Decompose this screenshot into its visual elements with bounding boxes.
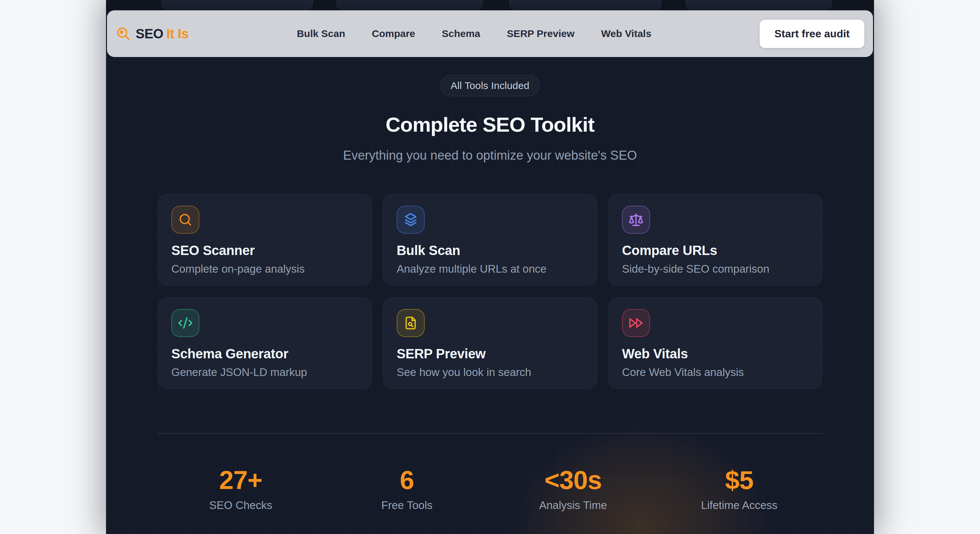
card-title: Compare URLs <box>622 243 809 258</box>
tool-card-compare-urls[interactable]: Compare URLs Side-by-side SEO comparison <box>608 194 822 286</box>
file-search-icon <box>397 309 425 337</box>
section-divider <box>158 433 822 434</box>
tool-card-serp-preview[interactable]: SERP Preview See how you look in search <box>383 297 597 389</box>
stat-free-tools: 6 Free Tools <box>324 466 490 512</box>
hero-section: SEOIt Is Bulk Scan Compare Schema SERP P… <box>106 0 874 534</box>
page-subtitle: Everything you need to optimize your web… <box>158 148 822 163</box>
stat-label: Lifetime Access <box>656 499 822 512</box>
card-title: Schema Generator <box>171 346 358 361</box>
stat-label: SEO Checks <box>158 499 324 512</box>
logo-accent-text: It Is <box>166 26 188 41</box>
tool-card-web-vitals[interactable]: Web Vitals Core Web Vitals analysis <box>608 297 822 389</box>
card-description: Generate JSON-LD markup <box>171 366 358 379</box>
tool-cards-grid: SEO Scanner Complete on-page analysis Bu… <box>158 194 822 389</box>
card-description: See how you look in search <box>397 366 583 379</box>
hero-content: All Tools Included Complete SEO Toolkit … <box>158 0 822 512</box>
card-title: Web Vitals <box>622 346 809 361</box>
main-nav: Bulk Scan Compare Schema SERP Preview We… <box>188 28 760 39</box>
logo[interactable]: SEOIt Is <box>116 26 188 41</box>
stat-label: Analysis Time <box>490 499 656 512</box>
magnifier-logo-icon <box>116 26 131 41</box>
nav-item-schema[interactable]: Schema <box>442 28 480 39</box>
tool-card-schema-generator[interactable]: Schema Generator Generate JSON-LD markup <box>158 297 372 389</box>
nav-item-bulk-scan[interactable]: Bulk Scan <box>297 28 345 39</box>
nav-item-serp-preview[interactable]: SERP Preview <box>507 28 575 39</box>
scale-icon <box>622 206 650 234</box>
card-description: Side-by-side SEO comparison <box>622 263 809 275</box>
search-icon <box>171 206 199 234</box>
card-title: Bulk Scan <box>397 243 583 258</box>
stat-value: $5 <box>656 466 822 494</box>
header-bar: SEOIt Is Bulk Scan Compare Schema SERP P… <box>107 10 873 57</box>
logo-text: SEOIt Is <box>136 26 188 41</box>
layers-icon <box>397 206 425 234</box>
start-free-audit-button[interactable]: Start free audit <box>760 20 864 48</box>
card-title: SEO Scanner <box>171 243 358 258</box>
card-title: SERP Preview <box>397 346 583 361</box>
page-title: Complete SEO Toolkit <box>158 114 822 136</box>
stat-value: 27+ <box>158 466 324 494</box>
code-icon <box>171 309 199 337</box>
card-description: Analyze multiple URLs at once <box>397 263 583 275</box>
fast-forward-icon <box>622 309 650 337</box>
tool-card-bulk-scan[interactable]: Bulk Scan Analyze multiple URLs at once <box>383 194 597 286</box>
tool-card-seo-scanner[interactable]: SEO Scanner Complete on-page analysis <box>158 194 372 286</box>
nav-item-compare[interactable]: Compare <box>372 28 415 39</box>
stat-value: <30s <box>490 466 656 494</box>
card-description: Core Web Vitals analysis <box>622 366 809 379</box>
stat-lifetime-access: $5 Lifetime Access <box>656 466 822 512</box>
all-tools-badge: All Tools Included <box>440 75 540 96</box>
nav-item-web-vitals[interactable]: Web Vitals <box>601 28 652 39</box>
stat-analysis-time: <30s Analysis Time <box>490 466 656 512</box>
stat-label: Free Tools <box>324 499 490 512</box>
stat-value: 6 <box>324 466 490 494</box>
stats-row: 27+ SEO Checks 6 Free Tools <30s Analysi… <box>158 466 822 512</box>
card-description: Complete on-page analysis <box>171 263 358 275</box>
stat-seo-checks: 27+ SEO Checks <box>158 466 324 512</box>
